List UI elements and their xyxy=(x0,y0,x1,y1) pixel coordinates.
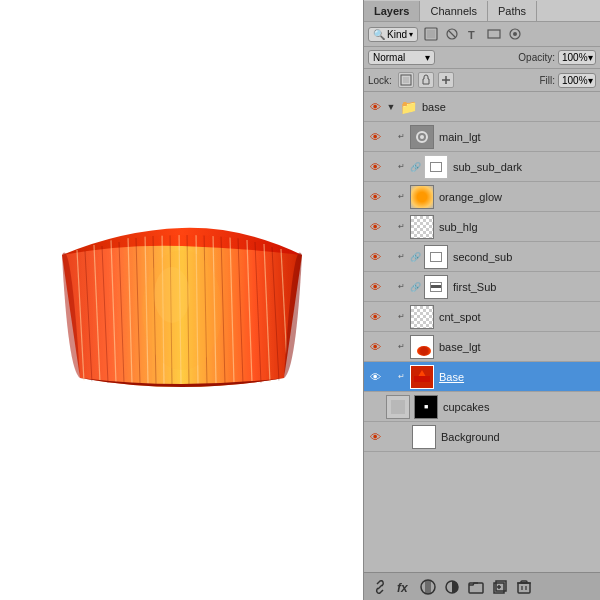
layer-name-cnt-spot: cnt_spot xyxy=(436,311,481,323)
visibility-toggle-cnt-spot[interactable]: 👁 xyxy=(366,308,384,326)
layer-name-first-sub: first_Sub xyxy=(450,281,496,293)
svg-point-34 xyxy=(513,32,517,36)
layer-item-base-lgt[interactable]: 👁 ↵ base_lgt xyxy=(364,332,600,362)
visibility-toggle-base-group[interactable]: 👁 xyxy=(366,98,384,116)
link-layers-button[interactable] xyxy=(370,577,390,597)
delete-layer-button[interactable] xyxy=(514,577,534,597)
type-filter-icon[interactable]: T xyxy=(464,25,482,43)
svg-text:fx: fx xyxy=(397,581,409,595)
layer-thumbnail-cupcakes-link xyxy=(386,395,410,419)
svg-text:T: T xyxy=(468,29,475,41)
blend-mode-label: Normal xyxy=(373,52,405,63)
eye-icon: 👁 xyxy=(370,131,381,143)
svg-line-30 xyxy=(449,31,455,37)
lock-position-icon[interactable] xyxy=(418,72,434,88)
canvas-area xyxy=(0,0,363,600)
layer-thumbnail-base-lgt xyxy=(410,335,434,359)
layer-name-base-group: base xyxy=(419,101,446,113)
layer-name-orange-glow: orange_glow xyxy=(436,191,502,203)
visibility-toggle-first-sub[interactable]: 👁 xyxy=(366,278,384,296)
lock-label: Lock: xyxy=(368,75,392,86)
sublayer-arrow: ↵ xyxy=(394,252,408,261)
tab-channels[interactable]: Channels xyxy=(420,1,487,21)
opacity-row: Opacity: 100% ▾ xyxy=(518,50,596,65)
sublayer-arrow: ↵ xyxy=(394,372,408,381)
layers-list[interactable]: 👁 ▼ 📁 base 👁 ↵ main_lgt 👁 ↵ 🔗 xyxy=(364,92,600,572)
new-layer-button[interactable] xyxy=(490,577,510,597)
visibility-toggle-second-sub[interactable]: 👁 xyxy=(366,248,384,266)
fx-button[interactable]: fx xyxy=(394,577,414,597)
mask-button[interactable] xyxy=(418,577,438,597)
opacity-label: Opacity: xyxy=(518,52,555,63)
sublayer-arrow: ↵ xyxy=(394,132,408,141)
group-button[interactable] xyxy=(466,577,486,597)
shape-filter-icon[interactable] xyxy=(485,25,503,43)
layer-item-background[interactable]: 👁 Background xyxy=(364,422,600,452)
svg-rect-53 xyxy=(518,583,530,593)
filter-icons: T xyxy=(422,25,524,43)
adjustment-filter-icon[interactable] xyxy=(443,25,461,43)
layer-thumbnail-sub-hlg xyxy=(410,215,434,239)
layer-name-base-lgt: base_lgt xyxy=(436,341,481,353)
lock-icons xyxy=(398,72,454,88)
layer-item-sub-hlg[interactable]: 👁 ↵ sub_hlg xyxy=(364,212,600,242)
layer-thumbnail-sub-sub-dark xyxy=(424,155,448,179)
layer-item-cupcakes[interactable]: ■ cupcakes xyxy=(364,392,600,422)
layer-item-orange-glow[interactable]: 👁 ↵ orange_glow xyxy=(364,182,600,212)
eye-icon: 👁 xyxy=(370,431,381,443)
visibility-toggle-background[interactable]: 👁 xyxy=(366,428,384,446)
lock-pixels-icon[interactable] xyxy=(398,72,414,88)
layer-thumbnail-background xyxy=(412,425,436,449)
eye-icon: 👁 xyxy=(370,311,381,323)
layer-item-cnt-spot[interactable]: 👁 ↵ cnt_spot xyxy=(364,302,600,332)
layer-item-main-lgt[interactable]: 👁 ↵ main_lgt xyxy=(364,122,600,152)
opacity-value: 100% xyxy=(562,52,588,63)
layer-thumbnail-second-sub xyxy=(424,245,448,269)
eye-icon: 👁 xyxy=(370,251,381,263)
lock-fill-row: Lock: Fill: 100% ▾ xyxy=(364,69,600,92)
visibility-toggle-Base[interactable]: 👁 xyxy=(366,368,384,386)
lock-all-icon[interactable] xyxy=(438,72,454,88)
layer-item-first-sub[interactable]: 👁 ↵ 🔗 first_Sub xyxy=(364,272,600,302)
kind-select[interactable]: 🔍 Kind ▾ xyxy=(368,27,418,42)
svg-rect-42 xyxy=(391,400,405,414)
blend-mode-select[interactable]: Normal ▾ xyxy=(368,50,435,65)
chain-icon: 🔗 xyxy=(408,250,422,264)
svg-rect-36 xyxy=(403,77,409,83)
visibility-toggle-main-lgt[interactable]: 👁 xyxy=(366,128,384,146)
svg-rect-46 xyxy=(425,580,431,594)
visibility-toggle-sub-sub-dark[interactable]: 👁 xyxy=(366,158,384,176)
eye-icon: 👁 xyxy=(370,101,381,113)
eye-icon: 👁 xyxy=(370,221,381,233)
kind-label: Kind xyxy=(387,29,407,40)
layer-thumbnail-first-sub xyxy=(424,275,448,299)
fill-input[interactable]: 100% ▾ xyxy=(558,73,596,88)
layer-name-cupcakes: cupcakes xyxy=(440,401,489,413)
panel-tabs: Layers Channels Paths xyxy=(364,0,600,22)
layer-thumbnail-main-lgt xyxy=(410,125,434,149)
svg-rect-28 xyxy=(427,30,435,38)
expand-arrow-base-group[interactable]: ▼ xyxy=(384,102,398,112)
svg-point-40 xyxy=(420,135,424,139)
smart-filter-icon[interactable] xyxy=(506,25,524,43)
sublayer-arrow: ↵ xyxy=(394,192,408,201)
layer-item-Base[interactable]: 👁 ↵ Base xyxy=(364,362,600,392)
layer-name-second-sub: second_sub xyxy=(450,251,512,263)
layer-name-main-lgt: main_lgt xyxy=(436,131,481,143)
layer-item-second-sub[interactable]: 👁 ↵ 🔗 second_sub xyxy=(364,242,600,272)
sublayer-arrow: ↵ xyxy=(394,162,408,171)
layer-item-sub-sub-dark[interactable]: 👁 ↵ 🔗 sub_sub_dark xyxy=(364,152,600,182)
svg-rect-32 xyxy=(488,30,500,38)
pixel-filter-icon[interactable] xyxy=(422,25,440,43)
tab-paths[interactable]: Paths xyxy=(488,1,537,21)
cupcake-artwork xyxy=(42,190,322,410)
eye-icon: 👁 xyxy=(370,341,381,353)
opacity-input[interactable]: 100% ▾ xyxy=(558,50,596,65)
layer-item-base-group[interactable]: 👁 ▼ 📁 base xyxy=(364,92,600,122)
sublayer-arrow: ↵ xyxy=(394,342,408,351)
visibility-toggle-base-lgt[interactable]: 👁 xyxy=(366,338,384,356)
visibility-toggle-orange-glow[interactable]: 👁 xyxy=(366,188,384,206)
adjustment-button[interactable] xyxy=(442,577,462,597)
tab-layers[interactable]: Layers xyxy=(364,1,420,21)
visibility-toggle-sub-hlg[interactable]: 👁 xyxy=(366,218,384,236)
